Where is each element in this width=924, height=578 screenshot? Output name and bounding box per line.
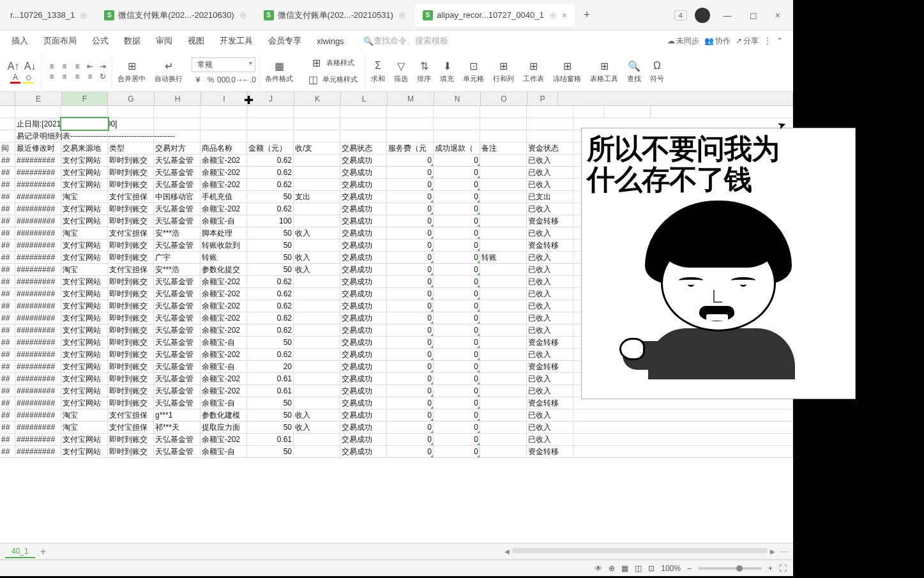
menu-vip[interactable]: 会员专享 xyxy=(262,33,308,49)
sum-button[interactable]: Σ求和 xyxy=(367,57,389,85)
minimize-button[interactable]: — xyxy=(718,8,737,23)
maximize-button[interactable]: ◻ xyxy=(745,8,762,23)
col-header-rest[interactable] xyxy=(558,92,793,105)
col-header-F[interactable]: F xyxy=(62,92,108,105)
tab-0[interactable]: r...10726_1338_1⊕ xyxy=(3,4,95,27)
close-window-button[interactable]: × xyxy=(770,8,785,23)
tab-count-badge[interactable]: 4 xyxy=(674,10,687,20)
tab-pin-icon[interactable]: ⊕ xyxy=(80,10,87,20)
scroll-left-icon[interactable]: ◀ xyxy=(504,548,510,555)
wrap-text-button[interactable]: ↵自动换行 xyxy=(151,57,186,85)
selected-cell[interactable] xyxy=(61,118,108,130)
more-icon[interactable]: ⋮ xyxy=(764,36,771,45)
sync-status[interactable]: ☁ 未同步 xyxy=(667,36,699,47)
fill-button[interactable]: ⬇填充 xyxy=(436,57,458,85)
col-header-P[interactable]: P xyxy=(527,92,558,105)
freeze-button[interactable]: ⊞冻结窗格 xyxy=(549,57,585,85)
table-style-button[interactable]: ⊞表格样式 xyxy=(306,55,358,72)
zoom-slider[interactable] xyxy=(698,567,762,570)
tab-3[interactable]: Salipay_recor...10727_0040_1⊕× xyxy=(415,4,575,27)
user-avatar[interactable] xyxy=(695,8,710,23)
menu-xlwings[interactable]: xlwings xyxy=(310,34,351,49)
tab-pin-icon[interactable]: ⊕ xyxy=(549,10,557,20)
tab-pin-icon[interactable]: ⊕ xyxy=(239,10,247,20)
table-row[interactable]: ###########支付宝网站即时到账交天弘基金管余额宝-2020.61交易成… xyxy=(0,434,793,446)
indent-inc-icon[interactable]: ⇥ xyxy=(98,61,108,72)
number-format-combo[interactable]: 常规 xyxy=(192,57,255,72)
tab-1[interactable]: S微信支付账单(202...-20210630)⊕ xyxy=(96,4,254,27)
menu-data[interactable]: 数据 xyxy=(117,33,147,49)
tab-2[interactable]: S微信支付账单(202...-20210531)⊕ xyxy=(256,4,414,27)
rowcol-button[interactable]: ⊞行和列 xyxy=(489,57,518,85)
col-header-I[interactable]: I xyxy=(201,92,248,105)
menu-insert[interactable]: 插入 xyxy=(5,33,34,49)
align-mid-icon[interactable]: ≡ xyxy=(59,61,70,72)
align-right-icon[interactable]: ≡ xyxy=(72,72,82,82)
worksheet-button[interactable]: ⊞工作表 xyxy=(519,57,548,85)
menu-review[interactable]: 审阅 xyxy=(149,33,179,49)
view-break-icon[interactable]: ⊡ xyxy=(648,564,655,573)
sort-button[interactable]: ⇅排序 xyxy=(413,57,435,85)
comma-icon[interactable]: 000 xyxy=(218,75,229,85)
menu-dev[interactable]: 开发工具 xyxy=(213,33,259,49)
col-header-M[interactable]: M xyxy=(388,92,434,105)
fullscreen-icon[interactable]: ⛶ xyxy=(779,564,787,573)
percent-icon[interactable]: % xyxy=(206,75,216,85)
decimal-dec-icon[interactable]: ←.0 xyxy=(244,75,254,85)
align-justify-icon[interactable]: ≡ xyxy=(85,72,95,82)
col-header-J[interactable]: J xyxy=(248,92,294,105)
share-button[interactable]: ↗ 分享 xyxy=(736,36,759,47)
scroll-thumb[interactable] xyxy=(512,548,768,553)
zoom-in-button[interactable]: + xyxy=(768,564,773,573)
menu-layout[interactable]: 页面布局 xyxy=(37,33,83,49)
table-row[interactable]: ###########支付宝网站即时到账交天弘基金管余额宝-自50交易成功00资… xyxy=(0,446,793,458)
merge-cells-button[interactable]: ⊞合并居中 xyxy=(114,57,149,85)
col-header-G[interactable]: G xyxy=(108,92,155,105)
align-left-icon[interactable]: ≡ xyxy=(47,72,57,82)
filter-button[interactable]: ▽筛选 xyxy=(390,57,412,85)
orientation-icon[interactable]: ↻ xyxy=(98,72,108,82)
font-color-icon[interactable]: A xyxy=(10,73,20,84)
align-bot-icon[interactable]: ≡ xyxy=(72,61,82,72)
align-center-icon[interactable]: ≡ xyxy=(59,72,70,82)
cell-style-button[interactable]: ◫单元格样式 xyxy=(302,72,361,88)
menu-view[interactable]: 视图 xyxy=(181,33,211,49)
more-icon[interactable]: ⋯ xyxy=(780,547,788,556)
table-row[interactable]: ###########淘宝支付宝担保g***1参数化建模50收入交易成功00已收… xyxy=(0,409,793,422)
zoom-out-button[interactable]: − xyxy=(687,564,692,573)
decimal-inc-icon[interactable]: .0→ xyxy=(231,75,241,85)
col-header-O[interactable]: O xyxy=(481,92,527,105)
conditional-format-button[interactable]: ▦条件格式 xyxy=(261,57,297,85)
tab-pin-icon[interactable]: ⊕ xyxy=(398,10,406,20)
command-search[interactable]: 🔍 查找命令、搜索模板 xyxy=(363,35,448,47)
close-icon[interactable]: × xyxy=(562,10,567,20)
new-tab-button[interactable]: + xyxy=(576,8,598,22)
coop-button[interactable]: 👥 协作 xyxy=(704,36,731,47)
symbol-button[interactable]: Ω符号 xyxy=(646,57,668,85)
row-header-corner[interactable] xyxy=(0,92,15,105)
scroll-right-icon[interactable]: ▶ xyxy=(770,548,775,555)
col-header-N[interactable]: N xyxy=(434,92,481,105)
cell-button[interactable]: ⊡单元格 xyxy=(459,57,488,85)
fill-color-icon[interactable]: ◇ xyxy=(23,73,33,84)
col-header-H[interactable]: H xyxy=(155,92,201,105)
col-header-K[interactable]: K xyxy=(294,92,341,105)
view-page-icon[interactable]: ◫ xyxy=(635,564,642,573)
find-button[interactable]: 🔍查找 xyxy=(623,57,645,85)
currency-icon[interactable]: ¥ xyxy=(193,75,203,85)
indent-dec-icon[interactable]: ⇤ xyxy=(85,61,95,72)
collapse-ribbon-icon[interactable]: ⌃ xyxy=(776,36,783,45)
col-header-L[interactable]: L xyxy=(341,92,388,105)
menu-formula[interactable]: 公式 xyxy=(86,33,115,49)
center-icon[interactable]: ⊕ xyxy=(609,564,615,573)
font-increase-icon[interactable]: A↑ xyxy=(6,59,20,73)
font-decrease-icon[interactable]: A↓ xyxy=(23,59,37,73)
align-top-icon[interactable]: ≡ xyxy=(47,61,57,72)
view-normal-icon[interactable]: ▦ xyxy=(621,564,628,573)
col-header-E[interactable]: E xyxy=(15,92,62,105)
add-sheet-button[interactable]: + xyxy=(35,546,51,558)
table-tools-button[interactable]: ⊞表格工具 xyxy=(586,57,622,85)
table-row[interactable] xyxy=(0,106,793,118)
eye-icon[interactable]: 👁 xyxy=(595,564,602,573)
sheet-tab-active[interactable]: 40_1 xyxy=(5,545,35,558)
